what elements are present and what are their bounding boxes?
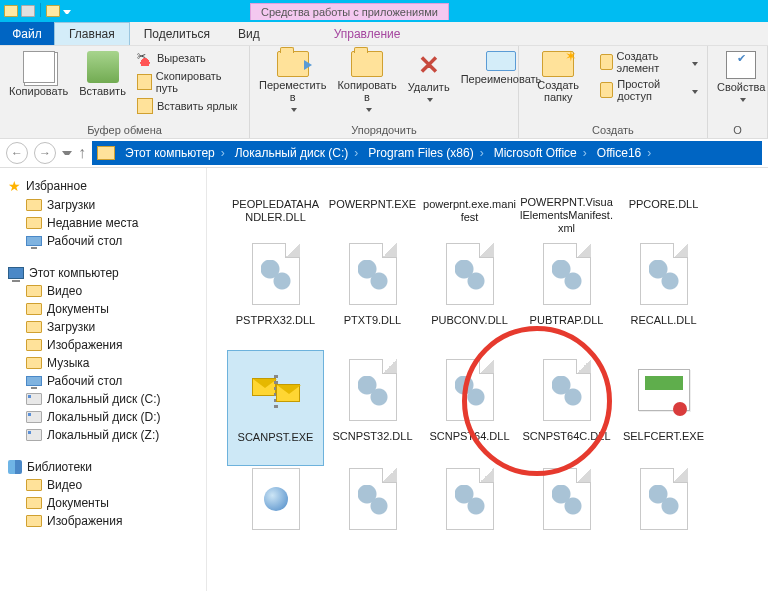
back-button[interactable]: ← — [6, 142, 28, 164]
file-name: SCNPST64.DLL — [423, 430, 516, 443]
file-name: PSTPRX32.DLL — [229, 314, 322, 327]
file-thumb — [244, 468, 308, 530]
file-name: RECALL.DLL — [617, 314, 710, 327]
copy-button[interactable]: Копировать — [5, 49, 72, 99]
file-item[interactable]: SOCIALPROVIDER.DLL — [518, 466, 615, 536]
file-item[interactable]: PPCORE.DLL — [615, 176, 712, 234]
tree-item[interactable]: Изображения — [4, 512, 202, 530]
tab-share[interactable]: Поделиться — [130, 22, 224, 45]
up-button[interactable]: ↑ — [78, 144, 86, 162]
tree-item[interactable]: Документы — [4, 300, 202, 318]
tree-item[interactable]: Видео — [4, 476, 202, 494]
file-item[interactable]: SCNPST32.DLL — [324, 350, 421, 466]
file-thumb — [632, 352, 696, 428]
file-thumb — [438, 236, 502, 312]
qat-new-folder-icon[interactable] — [46, 5, 60, 17]
file-item[interactable]: POWERPNT.EXE — [324, 176, 421, 234]
crumb[interactable]: Program Files (x86) — [363, 146, 488, 160]
file-thumb — [535, 178, 599, 194]
file-item[interactable]: PSTPRX32.DLL — [227, 234, 324, 350]
tree-computer[interactable]: Этот компьютер — [4, 264, 202, 282]
forward-button[interactable]: → — [34, 142, 56, 164]
breadcrumb[interactable]: Этот компьютерЛокальный диск (C:)Program… — [120, 146, 656, 160]
new-folder-button[interactable]: Создать папку — [524, 49, 593, 105]
crumb[interactable]: Этот компьютер — [120, 146, 230, 160]
cut-button[interactable]: ✂Вырезать — [133, 49, 244, 67]
paste-shortcut-button[interactable]: Вставить ярлык — [133, 97, 244, 115]
tab-manage[interactable]: Управление — [320, 22, 415, 45]
file-thumb — [244, 353, 308, 429]
file-item[interactable]: PEOPLEDATAHANDLER.DLL — [227, 176, 324, 234]
easy-access-button[interactable]: Простой доступ — [596, 77, 702, 103]
tree-item[interactable]: Загрузки — [4, 318, 202, 336]
file-name: powerpnt.exe.manifest — [423, 198, 516, 224]
file-item[interactable]: PUBCONV.DLL — [421, 234, 518, 350]
crumb[interactable]: Microsoft Office — [489, 146, 592, 160]
file-item[interactable]: STSCOPY.DLL — [615, 466, 712, 536]
tab-home[interactable]: Главная — [54, 22, 130, 45]
tab-view[interactable]: Вид — [224, 22, 274, 45]
tree-item[interactable]: Рабочий стол — [4, 232, 202, 250]
tree-libraries[interactable]: Библиотеки — [4, 458, 202, 476]
file-item[interactable]: SCNPST64C.DLL — [518, 350, 615, 466]
file-item[interactable]: SCNPST64.DLL — [421, 350, 518, 466]
file-item[interactable]: PUBTRAP.DLL — [518, 234, 615, 350]
file-grid[interactable]: PEOPLEDATAHANDLER.DLLPOWERPNT.EXEpowerpn… — [207, 168, 768, 591]
nav-history-dropdown[interactable] — [62, 151, 72, 155]
file-name: SOCIALCONNECTOR.DLL — [423, 532, 516, 534]
star-icon: ★ — [8, 178, 21, 194]
move-icon — [277, 51, 309, 77]
file-item[interactable]: SELFCERT.EXE — [615, 350, 712, 466]
tree-favorites[interactable]: ★Избранное — [4, 176, 202, 196]
qat-dropdown-icon[interactable] — [63, 7, 71, 19]
tree-item-label: Видео — [47, 284, 82, 298]
tree-item[interactable]: Локальный диск (D:) — [4, 408, 202, 426]
qat-folder-icon[interactable] — [4, 5, 18, 17]
qat-properties-icon[interactable] — [21, 5, 35, 17]
tree-item-label: Документы — [47, 302, 109, 316]
tree-item[interactable]: Локальный диск (Z:) — [4, 426, 202, 444]
file-item[interactable]: powerpnt.exe.manifest — [421, 176, 518, 234]
file-name: PUBTRAP.DLL — [520, 314, 613, 327]
file-item[interactable]: SOA.DLL — [324, 466, 421, 536]
navigation-tree[interactable]: ★Избранное ЗагрузкиНедавние местаРабочий… — [0, 168, 207, 591]
file-item[interactable]: SCANPST.EXE — [227, 350, 324, 466]
file-name: SOCIALPROVIDER.DLL — [520, 532, 613, 534]
tree-item[interactable]: Документы — [4, 494, 202, 512]
tree-item[interactable]: Видео — [4, 282, 202, 300]
file-name: SCNPST64C.DLL — [520, 430, 613, 443]
properties-button[interactable]: ✔Свойства — [713, 49, 768, 104]
tree-item[interactable]: Изображения — [4, 336, 202, 354]
copy-path-button[interactable]: Скопировать путь — [133, 69, 244, 95]
file-item[interactable]: SOCIALCONNECTOR.DLL — [421, 466, 518, 536]
file-item[interactable]: POWERPNT.VisualElementsManifest.xml — [518, 176, 615, 234]
file-name: PUBCONV.DLL — [423, 314, 516, 327]
tree-item-label: Локальный диск (C:) — [47, 392, 161, 406]
tree-item-icon — [26, 303, 42, 315]
file-name: PTXT9.DLL — [326, 314, 419, 327]
file-item[interactable]: PTXT9.DLL — [324, 234, 421, 350]
delete-button[interactable]: ✕Удалить — [404, 49, 454, 104]
file-item[interactable]: SLERROR.XML — [227, 466, 324, 536]
copy-to-button[interactable]: Копировать в — [333, 49, 400, 114]
paste-button[interactable]: Вставить — [75, 49, 130, 99]
file-thumb — [341, 352, 405, 428]
address-folder-icon — [97, 146, 115, 160]
tree-item[interactable]: Загрузки — [4, 196, 202, 214]
tree-item[interactable]: Недавние места — [4, 214, 202, 232]
move-to-button[interactable]: Переместить в — [255, 49, 330, 114]
tab-file[interactable]: Файл — [0, 22, 54, 45]
file-item[interactable]: RECALL.DLL — [615, 234, 712, 350]
tree-item-icon — [26, 479, 42, 491]
group-label-organize: Упорядочить — [255, 122, 513, 138]
tree-item-icon — [26, 321, 42, 333]
tree-item[interactable]: Рабочий стол — [4, 372, 202, 390]
address-bar[interactable]: Этот компьютерЛокальный диск (C:)Program… — [92, 141, 762, 165]
file-name: SLERROR.XML — [229, 532, 322, 534]
file-thumb — [244, 236, 308, 312]
crumb[interactable]: Локальный диск (C:) — [230, 146, 364, 160]
tree-item[interactable]: Музыка — [4, 354, 202, 372]
tree-item[interactable]: Локальный диск (C:) — [4, 390, 202, 408]
new-item-button[interactable]: Создать элемент — [596, 49, 702, 75]
crumb[interactable]: Office16 — [592, 146, 656, 160]
